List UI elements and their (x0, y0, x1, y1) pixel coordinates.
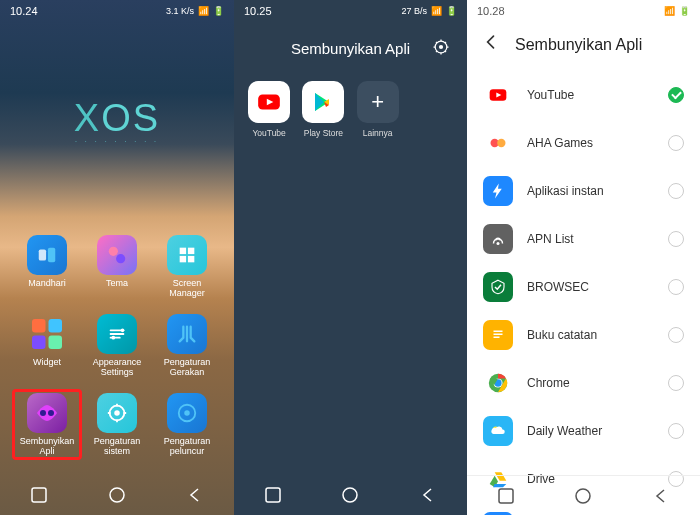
aplikasi-instan-icon (483, 176, 513, 206)
xos-logo: XOS · · · · · · · · · (0, 97, 234, 145)
nav-back[interactable] (651, 486, 671, 506)
statusbar: 10.25 27 B/s 📶 🔋 (234, 0, 467, 22)
select-radio[interactable] (668, 327, 684, 343)
app-row-apn-list[interactable]: APN List (467, 215, 700, 263)
svg-rect-11 (49, 336, 63, 350)
svg-rect-20 (32, 488, 46, 502)
select-radio[interactable] (668, 135, 684, 151)
svg-rect-4 (180, 248, 186, 254)
back-icon[interactable] (481, 32, 501, 57)
statusbar: 10.24 3.1 K/s 📶 🔋 (0, 0, 234, 22)
screen-home: 10.24 3.1 K/s 📶 🔋 XOS · · · · · · · · · … (0, 0, 234, 515)
nav-home[interactable] (340, 485, 360, 505)
svg-rect-7 (188, 256, 194, 262)
app-label: APN List (527, 232, 654, 246)
app-screen-manager[interactable]: Screen Manager (152, 231, 222, 302)
home-app-grid: Mandhari Tema Screen Manager Widget Appe… (0, 231, 234, 460)
browsec-icon (483, 272, 513, 302)
battery-icon: 🔋 (446, 6, 457, 16)
app-youtube[interactable]: YouTube (246, 81, 292, 138)
select-radio[interactable] (668, 375, 684, 391)
select-radio[interactable] (668, 279, 684, 295)
hidden-app-grid: YouTube Play Store +Lainnya (234, 67, 467, 152)
svg-point-13 (112, 336, 116, 340)
svg-point-30 (497, 242, 500, 245)
nav-recent[interactable] (263, 485, 283, 505)
svg-point-19 (184, 410, 190, 416)
signal-text: 27 B/s (401, 6, 427, 16)
app-label: Chrome (527, 376, 654, 390)
app-list: YouTubeAHA GamesAplikasi instanAPN ListB… (467, 67, 700, 515)
svg-point-14 (40, 410, 46, 416)
nav-back[interactable] (418, 485, 438, 505)
status-icons: 3.1 K/s 📶 🔋 (166, 6, 224, 16)
clock: 10.28 (477, 5, 505, 17)
signal-icon: 📶 (664, 6, 675, 16)
svg-point-2 (109, 247, 118, 256)
screen-select-apps: 10.28 📶 🔋 Sembunyikan Apli YouTubeAHA Ga… (467, 0, 700, 515)
app-row-aha-games[interactable]: AHA Games (467, 119, 700, 167)
app-pengaturan-sistem[interactable]: Pengaturan sistem (82, 389, 152, 460)
app-pengaturan-peluncur[interactable]: Pengaturan peluncur (152, 389, 222, 460)
nav-recent[interactable] (496, 486, 516, 506)
select-radio[interactable] (668, 87, 684, 103)
svg-rect-9 (49, 319, 63, 333)
svg-rect-10 (32, 336, 46, 350)
app-row-aplikasi-instan[interactable]: Aplikasi instan (467, 167, 700, 215)
navbar (234, 475, 467, 515)
nav-recent[interactable] (29, 485, 49, 505)
aha-games-icon (483, 128, 513, 158)
navbar (0, 475, 234, 515)
select-radio[interactable] (668, 231, 684, 247)
svg-point-3 (116, 254, 125, 263)
clock: 10.24 (10, 5, 38, 17)
app-label: AHA Games (527, 136, 654, 150)
svg-point-23 (439, 44, 443, 48)
app-label: Buku catatan (527, 328, 654, 342)
page-title: Sembunyikan Apli (291, 40, 410, 57)
svg-point-12 (121, 329, 125, 333)
nav-home[interactable] (107, 485, 127, 505)
signal-text: 3.1 K/s (166, 6, 194, 16)
clock: 10.25 (244, 5, 272, 17)
app-sembunyikan-apli[interactable]: Sembunyikan Apli (12, 389, 82, 460)
nav-home[interactable] (573, 486, 593, 506)
select-apps-header: Sembunyikan Apli (467, 22, 700, 67)
page-title: Sembunyikan Apli (515, 36, 642, 54)
svg-point-21 (110, 488, 124, 502)
app-label: Aplikasi instan (527, 184, 654, 198)
app-appearance-settings[interactable]: Appearance Settings (82, 310, 152, 381)
svg-point-17 (114, 410, 120, 416)
svg-point-26 (343, 488, 357, 502)
svg-rect-6 (180, 256, 186, 262)
app-play-store[interactable]: Play Store (300, 81, 346, 138)
nav-back[interactable] (185, 485, 205, 505)
app-row-daily-weather[interactable]: Daily Weather (467, 407, 700, 455)
app-tema[interactable]: Tema (82, 231, 152, 302)
app-pengaturan-gerakan[interactable]: Pengaturan Gerakan (152, 310, 222, 381)
select-radio[interactable] (668, 183, 684, 199)
app-mandhari[interactable]: Mandhari (12, 231, 82, 302)
app-row-youtube[interactable]: YouTube (467, 71, 700, 119)
app-widget[interactable]: Widget (12, 310, 82, 381)
youtube-icon (483, 80, 513, 110)
svg-rect-8 (32, 319, 46, 333)
signal-icon: 📶 (198, 6, 209, 16)
app-row-chrome[interactable]: Chrome (467, 359, 700, 407)
app-label: Daily Weather (527, 424, 654, 438)
app-row-browsec[interactable]: BROWSEC (467, 263, 700, 311)
svg-rect-5 (188, 248, 194, 254)
app-row-buku-catatan[interactable]: Buku catatan (467, 311, 700, 359)
select-radio[interactable] (668, 423, 684, 439)
app-more[interactable]: +Lainnya (355, 81, 401, 138)
signal-icon: 📶 (431, 6, 442, 16)
status-icons: 📶 🔋 (664, 6, 690, 16)
app-label: YouTube (527, 88, 654, 102)
chrome-icon (483, 368, 513, 398)
daily-weather-icon (483, 416, 513, 446)
settings-icon[interactable] (431, 37, 451, 61)
apn-list-icon (483, 224, 513, 254)
battery-icon: 🔋 (213, 6, 224, 16)
app-label: BROWSEC (527, 280, 654, 294)
svg-point-15 (48, 410, 54, 416)
